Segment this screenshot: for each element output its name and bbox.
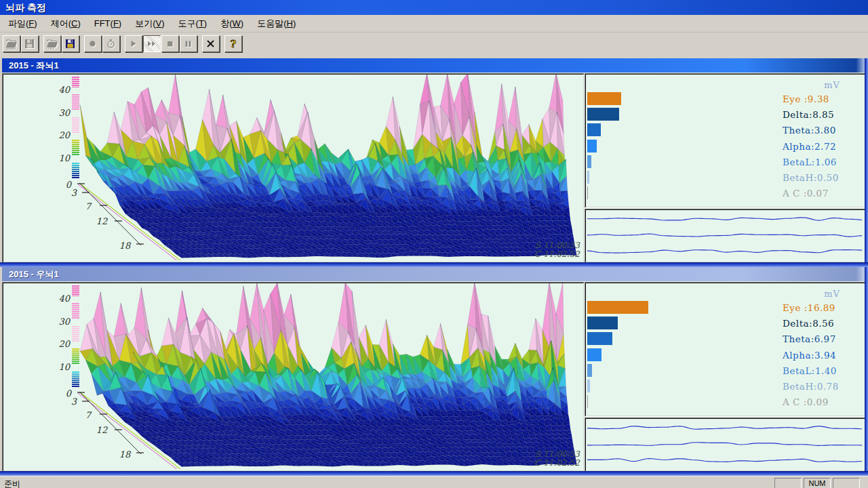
play-button[interactable] — [125, 35, 142, 52]
band-value-label-betah: BetaH:0.50 — [783, 172, 839, 183]
pause-button[interactable] — [180, 35, 197, 52]
amplitude-tick-label: 30 — [51, 317, 70, 327]
colorbar-segment — [72, 77, 79, 87]
status-indicator-cells: NUM — [774, 478, 860, 488]
amplitude-tick-label: 40 — [51, 85, 70, 95]
band-bar-eye — [587, 92, 621, 105]
band-value-label-betah: BetaH:0.78 — [783, 381, 839, 392]
band-value-label-betal: BetaL:1.40 — [783, 365, 837, 376]
svg-text:?: ? — [231, 38, 237, 49]
band-value-label-delta: Delta:8.56 — [783, 318, 834, 329]
status-cell-scroll — [833, 478, 860, 488]
band-value-label-betal: BetaL:1.06 — [783, 157, 837, 167]
open-txt-button[interactable]: TXT — [43, 35, 61, 52]
frequency-tick-label: 7 — [80, 202, 96, 211]
record-icon — [87, 38, 99, 49]
open-folder-icon: TXT — [46, 38, 58, 49]
panel-titlebar-left-brain[interactable]: 2015 - 좌뇌1 — [2, 58, 865, 73]
panel-body: S 11:00:53 C 11:02:52 403020100371218 mV… — [2, 281, 865, 471]
band-bar-betal — [587, 155, 591, 168]
record-button[interactable] — [84, 35, 102, 52]
amplitude-tick-label: 30 — [51, 108, 70, 118]
window-titlebar[interactable]: 뇌파 측정 — [0, 0, 868, 15]
colorbar-segment — [72, 94, 79, 110]
band-bar-theta — [587, 123, 601, 136]
menu-item-view[interactable]: 보기(V) — [128, 16, 171, 32]
stop-button[interactable] — [161, 35, 179, 52]
band-bar-betal — [587, 364, 592, 377]
status-cell-num: NUM — [804, 478, 831, 488]
menu-item-tools[interactable]: 도구(T) — [172, 16, 214, 32]
child-window-bottom-border — [0, 262, 868, 267]
save-icon — [24, 38, 36, 49]
colorbar-segment — [72, 371, 79, 388]
colorbar-segment — [72, 303, 79, 319]
status-cell-caps — [774, 478, 802, 488]
frequency-tick-label: 18 — [117, 241, 133, 251]
menu-item-window[interactable]: 창(W) — [214, 16, 250, 32]
band-bar-betah — [587, 171, 589, 184]
trace-chart-box — [585, 209, 866, 263]
band-stats-panel: mVEye :16.89Delta:8.56Theta:6.97Alpha:3.… — [585, 282, 866, 417]
application-window: 뇌파 측정 파일(F)제어(C)FFT(F)보기(V)도구(T)창(W)도움말(… — [0, 0, 868, 488]
fast-forward-icon — [146, 38, 158, 49]
child-window-bottom-border — [0, 471, 868, 476]
child-window-right-brain: 2015 - 우뇌1 S 11:00:53 C 11:02:52 4030201… — [0, 267, 868, 476]
band-bar-eye — [587, 301, 648, 314]
unit-label: mV — [824, 289, 840, 299]
amplitude-tick-label: 40 — [51, 294, 70, 304]
band-bar-delta — [587, 317, 618, 329]
fast-forward-button[interactable] — [143, 35, 161, 52]
band-bar-a-c — [587, 186, 588, 199]
stopwatch-icon — [105, 38, 117, 49]
svg-text:BWD: BWD — [7, 45, 16, 49]
child-window-right-border — [865, 267, 868, 476]
amplitude-tick-label: 20 — [51, 340, 70, 349]
spectrum-3d-surface — [3, 75, 582, 260]
band-value-label-eye: Eye :16.89 — [783, 302, 835, 313]
frequency-tick-label: 18 — [117, 450, 133, 460]
mdi-area: 2015 - 좌뇌1 S 11:00:53 C 11:02:52 4030201… — [0, 53, 868, 476]
colorbar-segment — [72, 140, 79, 156]
stop-icon — [164, 38, 176, 49]
menu-item-help[interactable]: 도움말(H) — [250, 16, 302, 32]
band-stats-panel: mVEye :9.38Delta:8.85Theta:3.80Alpha:2.7… — [585, 73, 866, 208]
band-value-label-a-c: A C :0.07 — [783, 188, 829, 199]
status-message: 준비 — [4, 479, 20, 488]
frequency-tick-label: 12 — [94, 217, 110, 226]
menu-item-fft[interactable]: FFT(F) — [87, 16, 128, 30]
band-bar-a-c — [587, 395, 588, 408]
frequency-tick-label: 12 — [94, 426, 110, 435]
menu-item-file[interactable]: 파일(F) — [1, 16, 44, 32]
panel-title: 2015 - 좌뇌1 — [9, 60, 59, 70]
save-txt-button[interactable] — [62, 35, 79, 52]
colorbar-segment — [72, 326, 79, 342]
svg-text:TXT: TXT — [47, 45, 55, 49]
band-bar-alpha — [587, 348, 601, 361]
timestamp-labels: S 11:00:53 C 11:02:52 — [534, 450, 580, 468]
band-value-label-eye: Eye :9.38 — [783, 94, 829, 104]
panel-titlebar-right-brain[interactable]: 2015 - 우뇌1 — [2, 267, 865, 281]
band-bar-delta — [587, 108, 619, 121]
help-button[interactable]: ? — [224, 35, 242, 52]
status-bar: 준비 NUM — [0, 476, 868, 488]
pause-icon — [182, 38, 195, 49]
frequency-tick-label: 3 — [66, 397, 82, 407]
play-icon — [127, 38, 140, 49]
close-button[interactable] — [202, 35, 220, 52]
save-bwd-button[interactable] — [21, 35, 39, 52]
close-x-icon — [205, 38, 217, 49]
menu-item-control[interactable]: 제어(C) — [44, 16, 87, 32]
child-window-left-brain: 2015 - 좌뇌1 S 11:00:53 C 11:02:52 4030201… — [0, 58, 868, 267]
band-value-label-delta: Delta:8.85 — [783, 109, 834, 120]
timer-button[interactable] — [102, 35, 120, 52]
unit-label: mV — [824, 80, 840, 90]
toolbar: BWD TXT ? — [0, 33, 868, 53]
open-bwd-button[interactable]: BWD — [3, 35, 20, 52]
band-value-label-alpha: Alpha:3.94 — [783, 350, 836, 361]
spectrum-plot-box: S 11:00:53 C 11:02:52 403020100371218 — [2, 282, 585, 472]
colorbar-segment — [72, 285, 79, 296]
colorbar-segment — [72, 117, 79, 134]
help-icon: ? — [227, 38, 239, 49]
band-value-label-theta: Theta:3.80 — [783, 125, 836, 136]
